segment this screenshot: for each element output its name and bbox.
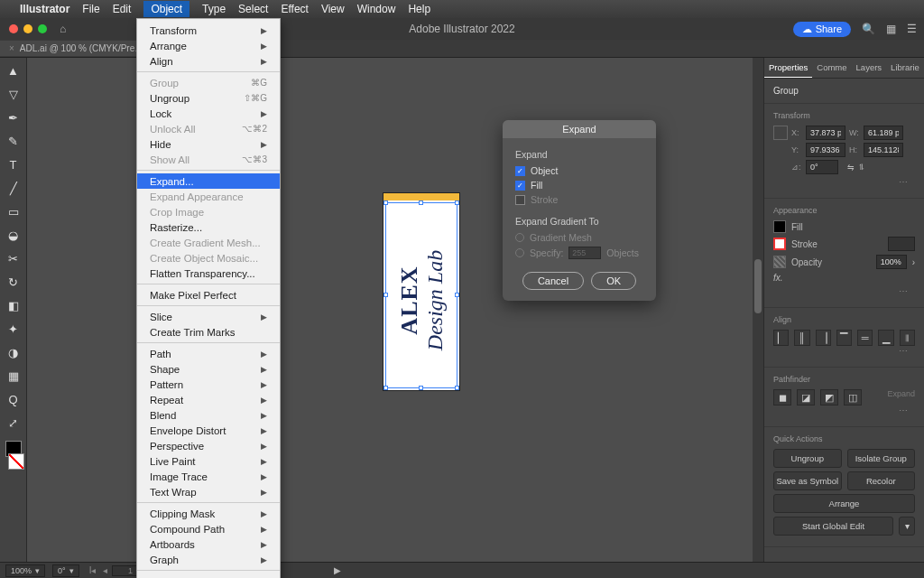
angle-field[interactable] — [806, 160, 838, 174]
menu-item-path[interactable]: Path▶ — [137, 346, 280, 361]
tab-layers[interactable]: Layers — [852, 58, 887, 78]
menu-item-ungroup[interactable]: Ungroup⇧⌘G — [137, 90, 280, 106]
stroke-color-swatch[interactable] — [8, 453, 24, 470]
qa-save-symbol-button[interactable]: Save as Symbol — [773, 471, 842, 490]
menu-item-blend[interactable]: Blend▶ — [137, 407, 280, 423]
qa-arrange-button[interactable]: Arrange — [773, 494, 915, 513]
tool-2[interactable]: ✒ — [5, 108, 23, 126]
pf-expand-button[interactable]: Expand — [887, 389, 915, 406]
share-button[interactable]: ☁ Share — [793, 22, 851, 37]
fill-checkbox[interactable]: ✓ — [515, 181, 525, 191]
vertical-scrollbar[interactable] — [753, 58, 763, 562]
pf-unite-icon[interactable]: ◼ — [773, 389, 791, 406]
pathfinder-more-icon[interactable]: ⋯ — [773, 406, 915, 419]
menu-item-hide[interactable]: Hide▶ — [137, 136, 280, 152]
chevron-right-icon[interactable]: › — [912, 257, 915, 267]
menu-item-shape[interactable]: Shape▶ — [137, 361, 280, 377]
window-controls[interactable] — [0, 24, 47, 33]
pf-intersect-icon[interactable]: ◩ — [820, 389, 838, 406]
tool-12[interactable]: ◑ — [5, 343, 23, 361]
appearance-more-icon[interactable]: ⋯ — [773, 286, 915, 300]
menu-item-lock[interactable]: Lock▶ — [137, 106, 280, 121]
close-tab-icon[interactable]: × — [9, 43, 14, 53]
menu-select[interactable]: Select — [238, 3, 268, 15]
menu-item-slice[interactable]: Slice▶ — [137, 309, 280, 324]
menu-item-rasterize-[interactable]: Rasterize... — [137, 219, 280, 235]
align-bottom-icon[interactable]: ▁ — [878, 330, 893, 346]
align-vcenter-icon[interactable]: ═ — [857, 330, 873, 346]
align-left-icon[interactable]: ▏ — [773, 330, 789, 346]
app-name[interactable]: Illustrator — [20, 3, 69, 15]
menu-edit[interactable]: Edit — [113, 3, 132, 15]
distribute-icon[interactable]: ⫴ — [900, 330, 915, 346]
tool-6[interactable]: ▭ — [5, 202, 23, 220]
menu-window[interactable]: Window — [357, 3, 396, 15]
opacity-field[interactable] — [876, 255, 907, 269]
object-checkbox[interactable]: ✓ — [515, 166, 525, 176]
menu-item-transform[interactable]: Transform▶ — [137, 23, 280, 38]
qa-global-dropdown-icon[interactable]: ▾ — [899, 517, 915, 536]
menu-item-compound-path[interactable]: Compound Path▶ — [137, 521, 280, 536]
tool-13[interactable]: ▦ — [5, 367, 23, 385]
menu-item-expand-[interactable]: Expand... — [137, 173, 280, 189]
menu-item-perspective[interactable]: Perspective▶ — [137, 438, 280, 453]
stroke-swatch[interactable] — [773, 238, 786, 250]
status-play-icon[interactable]: ▶ — [334, 565, 341, 575]
menu-item-collect-for-export[interactable]: Collect For Export▶ — [137, 573, 280, 578]
tool-3[interactable]: ✎ — [5, 132, 23, 150]
pf-exclude-icon[interactable]: ◫ — [844, 389, 862, 406]
reference-point-icon[interactable] — [773, 126, 788, 140]
tool-1[interactable]: ▽ — [5, 85, 23, 103]
artboard[interactable]: ALEX Design Lab — [383, 193, 459, 390]
menu-type[interactable]: Type — [202, 3, 226, 15]
tool-10[interactable]: ◧ — [5, 296, 23, 314]
zoom-field[interactable]: 100% ▾ — [5, 564, 45, 577]
menu-object[interactable]: Object — [143, 1, 189, 17]
home-icon[interactable]: ⌂ — [60, 23, 66, 35]
arrange-icon[interactable]: ☰ — [907, 23, 917, 35]
menu-item-arrange[interactable]: Arrange▶ — [137, 38, 280, 53]
align-top-icon[interactable]: ▔ — [836, 330, 852, 346]
tool-8[interactable]: ✂ — [5, 249, 23, 267]
menu-item-align[interactable]: Align▶ — [137, 53, 280, 69]
align-hcenter-icon[interactable]: ║ — [794, 330, 809, 346]
tab-comments[interactable]: Comme — [812, 58, 851, 78]
search-icon[interactable]: 🔍 — [862, 23, 875, 35]
qa-recolor-button[interactable]: Recolor — [847, 471, 916, 490]
tool-4[interactable]: T — [5, 155, 23, 173]
ok-button[interactable]: OK — [591, 272, 636, 290]
tab-libraries[interactable]: Librarie — [886, 58, 924, 78]
tool-11[interactable]: ✦ — [5, 320, 23, 338]
qa-isolate-button[interactable]: Isolate Group — [847, 449, 916, 468]
h-field[interactable] — [864, 143, 903, 157]
menu-item-create-trim-marks[interactable]: Create Trim Marks — [137, 324, 280, 340]
qa-global-edit-button[interactable]: Start Global Edit — [773, 517, 893, 536]
x-field[interactable] — [806, 126, 845, 140]
menu-file[interactable]: File — [82, 3, 99, 15]
menu-item-text-wrap[interactable]: Text Wrap▶ — [137, 484, 280, 499]
menu-item-graph[interactable]: Graph▶ — [137, 552, 280, 567]
menu-item-live-paint[interactable]: Live Paint▶ — [137, 453, 280, 469]
menu-view[interactable]: View — [321, 3, 345, 15]
flip-h-icon[interactable]: ⇋ — [847, 163, 855, 172]
pf-minus-icon[interactable]: ◪ — [797, 389, 815, 406]
cancel-button[interactable]: Cancel — [522, 272, 584, 290]
align-right-icon[interactable]: ▕ — [816, 330, 831, 346]
menu-item-make-pixel-perfect[interactable]: Make Pixel Perfect — [137, 287, 280, 303]
menu-effect[interactable]: Effect — [281, 3, 308, 15]
transform-more-icon[interactable]: ⋯ — [773, 177, 915, 191]
qa-ungroup-button[interactable]: Ungroup — [773, 449, 842, 468]
w-field[interactable] — [864, 126, 903, 140]
menu-item-artboards[interactable]: Artboards▶ — [137, 536, 280, 552]
tool-7[interactable]: ◒ — [5, 226, 23, 244]
fx-label[interactable]: fx. — [773, 273, 783, 283]
tool-14[interactable]: Q — [5, 390, 23, 408]
menu-item-repeat[interactable]: Repeat▶ — [137, 392, 280, 407]
workspace-icon[interactable]: ▦ — [886, 23, 896, 35]
tool-9[interactable]: ↻ — [5, 273, 23, 291]
menu-item-clipping-mask[interactable]: Clipping Mask▶ — [137, 506, 280, 521]
tool-15[interactable]: ⤢ — [5, 414, 23, 432]
rotate-field[interactable]: 0° ▾ — [52, 564, 79, 577]
menu-help[interactable]: Help — [408, 3, 430, 15]
menu-item-flatten-transparency-[interactable]: Flatten Transparency... — [137, 266, 280, 281]
